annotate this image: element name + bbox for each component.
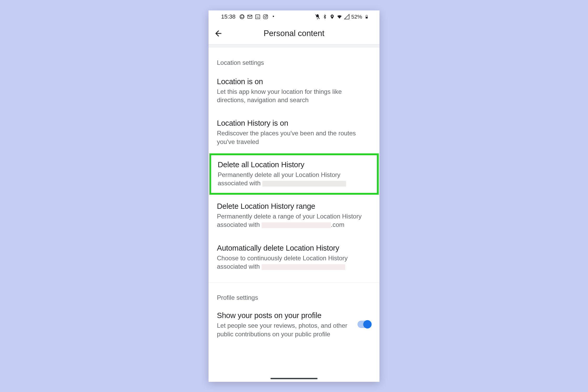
- delete-all-history-desc: Permanently delete all your Location His…: [218, 171, 370, 188]
- delete-all-history-title: Delete all Location History: [218, 160, 370, 169]
- delete-history-range-title: Delete Location History range: [217, 202, 371, 211]
- auto-delete-history-title: Automatically delete Location History: [217, 244, 371, 252]
- status-time: 15:38: [221, 13, 235, 20]
- section-separator: [209, 44, 379, 48]
- app-bar: Personal content: [209, 23, 379, 44]
- svg-rect-10: [366, 17, 367, 18]
- location-on-item[interactable]: Location is on Let this app know your lo…: [209, 70, 379, 112]
- signal-icon: [344, 14, 350, 20]
- show-posts-desc: Let people see your reviews, photos, and…: [217, 321, 353, 338]
- auto-delete-history-item[interactable]: Automatically delete Location History Ch…: [209, 237, 379, 278]
- profile-settings-header: Profile settings: [209, 283, 379, 305]
- svg-text:31: 31: [256, 16, 259, 18]
- auto-delete-history-desc: Choose to continuously delete Location H…: [217, 254, 371, 271]
- redacted-email: [262, 222, 331, 228]
- status-bar: 15:38 31 •: [209, 10, 379, 23]
- calendar-icon: 31: [255, 14, 261, 20]
- page-title: Personal content: [213, 29, 375, 38]
- location-history-on-desc: Rediscover the places you've been and th…: [217, 129, 371, 146]
- location-on-desc: Let this app know your location for thin…: [217, 88, 371, 105]
- show-posts-title: Show your posts on your profile: [217, 311, 353, 320]
- location-history-on-title: Location History is on: [217, 119, 371, 128]
- battery-percentage: 52%: [351, 14, 362, 20]
- location-pin-icon: [329, 14, 335, 20]
- gmail-icon: [247, 14, 253, 20]
- location-on-title: Location is on: [217, 77, 371, 86]
- delete-history-range-desc: Permanently delete a range of your Locat…: [217, 212, 371, 229]
- wifi-icon: [337, 14, 342, 20]
- redacted-email: [262, 181, 346, 187]
- bluetooth-icon: [322, 14, 328, 20]
- svg-point-5: [264, 16, 266, 18]
- battery-icon: [364, 14, 370, 20]
- gesture-nav-bar[interactable]: [270, 378, 318, 379]
- more-notifications-dot-icon: •: [270, 14, 276, 20]
- location-settings-header: Location settings: [209, 48, 379, 70]
- delete-history-range-item[interactable]: Delete Location History range Permanentl…: [209, 195, 379, 237]
- delete-all-history-item[interactable]: Delete all Location History Permanently …: [209, 153, 379, 195]
- instagram-icon: [263, 14, 268, 20]
- svg-rect-9: [366, 15, 367, 15]
- show-posts-item: Show your posts on your profile Let peop…: [209, 305, 379, 345]
- svg-point-6: [267, 15, 267, 16]
- whatsapp-icon: [239, 14, 245, 20]
- mute-icon: [315, 14, 320, 20]
- show-posts-toggle[interactable]: [358, 321, 371, 328]
- location-history-on-item[interactable]: Location History is on Rediscover the pl…: [209, 112, 379, 153]
- redacted-email: [262, 264, 345, 270]
- phone-frame: 15:38 31 •: [209, 10, 379, 382]
